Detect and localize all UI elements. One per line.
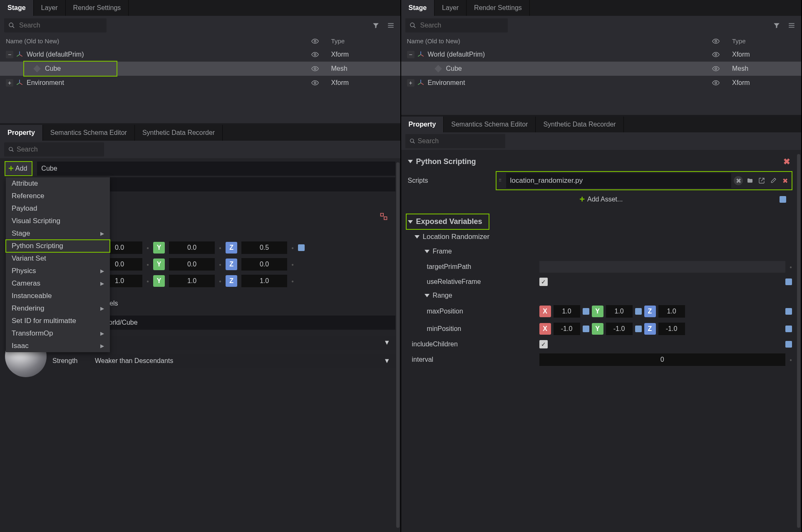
reset-indicator[interactable] (785, 278, 792, 285)
collapse-icon[interactable]: − (407, 51, 415, 58)
grip-icon[interactable]: ⠿ (499, 180, 504, 181)
rotate-z[interactable] (241, 258, 287, 271)
min-z[interactable] (658, 323, 685, 335)
rotate-y[interactable] (169, 258, 215, 271)
visibility-toggle[interactable] (712, 79, 729, 87)
tab-layer[interactable]: Layer (34, 0, 66, 16)
visibility-toggle[interactable] (311, 51, 328, 58)
target-prim-path-field[interactable] (539, 261, 785, 273)
tab-synthetic-data[interactable]: Synthetic Data Recorder (135, 125, 223, 141)
min-y[interactable] (606, 323, 633, 335)
python-scripting-header[interactable]: Python Scripting ✖ (406, 153, 797, 170)
tab-property[interactable]: Property (0, 125, 43, 141)
menu-instanceable[interactable]: Instanceable (6, 290, 110, 302)
menu-attribute[interactable]: Attribute (6, 177, 110, 190)
open-external-icon[interactable] (757, 176, 766, 185)
col-type-header[interactable]: Type (328, 37, 395, 45)
tab-semantics[interactable]: Semantics Schema Editor (444, 117, 536, 132)
collapse-icon[interactable]: − (6, 51, 13, 58)
prim-path-field[interactable] (97, 316, 395, 330)
tree-row-cube[interactable]: Cube Mesh (401, 62, 802, 76)
filter-icon[interactable] (370, 20, 381, 31)
property-search-input[interactable] (4, 142, 104, 157)
tab-stage[interactable]: Stage (0, 0, 34, 16)
col-type-header[interactable]: Type (729, 37, 795, 45)
tree-row-environment[interactable]: + Environment Xform (0, 76, 400, 90)
prim-name-field-2[interactable] (80, 177, 395, 191)
translate-z[interactable] (241, 241, 287, 254)
reset-indicator[interactable] (635, 308, 642, 315)
clear-icon[interactable]: ✖ (734, 176, 743, 185)
reset-indicator[interactable] (785, 326, 792, 332)
add-button[interactable]: + Add (5, 162, 32, 176)
stage-search-input[interactable] (405, 18, 508, 32)
menu-python-scripting[interactable]: Python Scripting (6, 240, 110, 252)
tab-semantics[interactable]: Semantics Schema Editor (43, 125, 135, 141)
reset-indicator[interactable] (635, 326, 642, 332)
max-x[interactable] (554, 305, 580, 318)
col-name-header[interactable]: Name (Old to New) (6, 37, 311, 45)
reset-indicator[interactable] (780, 196, 786, 203)
reset-indicator[interactable] (583, 308, 589, 315)
location-randomizer-header[interactable]: Location Randomizer (406, 229, 797, 244)
tab-stage[interactable]: Stage (401, 0, 435, 16)
tab-render-settings[interactable]: Render Settings (467, 0, 530, 16)
filter-icon[interactable] (771, 20, 782, 31)
expand-icon[interactable]: + (6, 79, 13, 87)
menu-transformop[interactable]: TransformOp▶ (6, 327, 110, 340)
strength-dropdown[interactable]: Weaker than Descendants ▼ (90, 354, 395, 368)
menu-visual-scripting[interactable]: Visual Scripting (6, 215, 110, 227)
scrollbar[interactable] (396, 162, 400, 528)
scrollbar[interactable] (797, 154, 800, 528)
add-asset-row[interactable]: + Add Asset... (406, 191, 797, 207)
expand-icon[interactable]: + (407, 79, 415, 87)
min-x[interactable] (554, 323, 580, 335)
max-y[interactable] (606, 305, 633, 318)
remove-section-icon[interactable]: ✖ (783, 157, 795, 167)
tab-layer[interactable]: Layer (435, 0, 467, 16)
property-search-input[interactable] (405, 134, 505, 148)
tab-property[interactable]: Property (401, 117, 444, 132)
menu-isaac[interactable]: Isaac▶ (6, 340, 110, 352)
exposed-variables-header[interactable]: Exposed Variables (406, 214, 489, 229)
tab-render-settings[interactable]: Render Settings (66, 0, 129, 16)
scale-z[interactable] (241, 275, 287, 287)
reset-indicator[interactable] (298, 244, 305, 251)
include-children-checkbox[interactable] (539, 340, 548, 348)
translate-y[interactable] (169, 241, 215, 254)
tree-row-cube[interactable]: Cube Mesh (0, 62, 400, 76)
tab-synthetic-data[interactable]: Synthetic Data Recorder (536, 117, 623, 132)
scale-y[interactable] (169, 275, 215, 287)
tree-row-world[interactable]: − World (defaultPrim) Xform (401, 47, 802, 62)
frame-header[interactable]: Frame (406, 244, 797, 259)
reset-indicator[interactable] (583, 326, 589, 332)
script-file-field[interactable] (506, 173, 732, 188)
col-name-header[interactable]: Name (Old to New) (407, 37, 713, 45)
delete-icon[interactable]: ✖ (780, 176, 790, 185)
menu-stage[interactable]: Stage▶ (6, 227, 110, 240)
visibility-toggle[interactable] (311, 65, 328, 72)
reset-indicator[interactable] (785, 308, 792, 315)
menu-set-id-multimatte[interactable]: Set ID for multimatte (6, 315, 110, 327)
use-relative-frame-checkbox[interactable] (539, 278, 548, 286)
visibility-toggle[interactable] (712, 51, 729, 58)
tree-row-world[interactable]: − World (defaultPrim) Xform (0, 47, 400, 62)
menu-physics[interactable]: Physics▶ (6, 265, 110, 277)
pivot-icon[interactable] (380, 212, 388, 221)
visibility-toggle[interactable] (712, 65, 729, 72)
visibility-toggle[interactable] (311, 79, 328, 87)
menu-payload[interactable]: Payload (6, 202, 110, 215)
tree-row-environment[interactable]: + Environment Xform (401, 76, 802, 90)
menu-rendering[interactable]: Rendering▶ (6, 302, 110, 315)
menu-reference[interactable]: Reference (6, 190, 110, 202)
menu-variant-set[interactable]: Variant Set (6, 252, 110, 265)
prim-name-field[interactable] (37, 162, 395, 176)
range-header[interactable]: Range (406, 288, 797, 303)
hamburger-icon[interactable] (385, 20, 396, 31)
edit-icon[interactable] (769, 176, 778, 185)
interval-field[interactable] (539, 353, 785, 366)
folder-icon[interactable] (745, 176, 755, 185)
hamburger-icon[interactable] (786, 20, 797, 31)
max-z[interactable] (658, 305, 685, 318)
stage-search-input[interactable] (4, 18, 107, 32)
